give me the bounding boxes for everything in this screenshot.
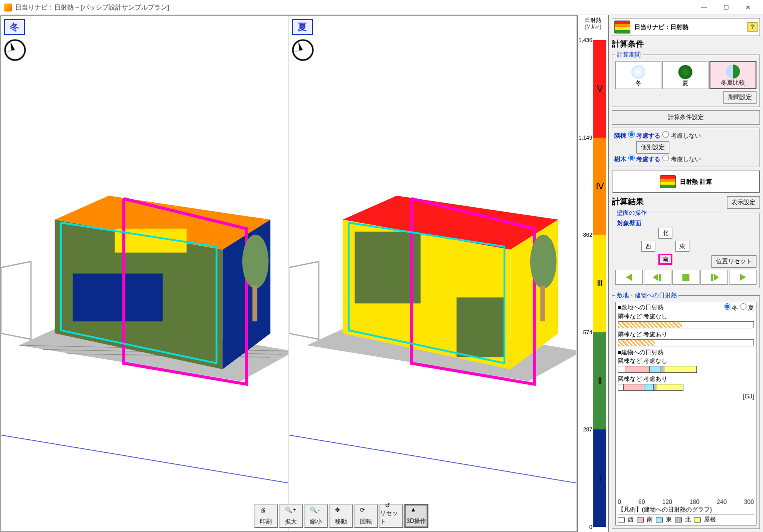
trees-no-radio[interactable]: 考慮しない [662,155,700,164]
scale-tick: 574 [583,329,592,335]
svg-marker-28 [653,274,658,281]
wall-legend: 壁面の操作 [615,209,648,217]
maximize-button[interactable]: ☐ [715,1,737,15]
bar-site-no [618,321,754,328]
rotate-button[interactable]: ⟳回転 [354,504,378,528]
step-back-button[interactable] [644,270,671,285]
watermelon-icon [678,65,692,79]
scale-tick: 287 [583,426,592,432]
scale-tick: 1,149 [578,135,592,141]
svg-point-24 [530,235,557,289]
scale-seg: Ⅴ [593,40,606,138]
chart-label: 隣棟など 考慮あり [618,375,754,383]
rewind-button[interactable] [615,270,643,285]
3d-icon: ▲ [410,506,422,517]
svg-rect-29 [659,274,661,281]
period-winter-button[interactable]: 冬 [615,61,661,89]
period-group: 計算期間 冬 夏 冬夏比較 期間設定 [612,51,760,107]
snowman-icon [631,65,645,79]
graph-legend: 敷地・建物への日射熱 [615,291,678,300]
3d-viewport[interactable]: 冬 [0,15,578,532]
calculate-button[interactable]: 日射熱 計算 [612,170,760,193]
cube-icon [614,21,630,34]
svg-marker-11 [1,262,31,339]
zoom-out-button[interactable]: 🔍-縮小 [304,504,328,528]
view-winter[interactable]: 冬 [1,16,289,531]
dir-north[interactable]: 北 [658,228,672,239]
view-summer[interactable]: 夏 [289,16,577,531]
panel-header: 日当りナビ：日射熱 ? [612,18,760,36]
side-panel: 日当りナビ：日射熱 ? 計算条件 計算期間 冬 夏 冬夏比較 期間設定 計算条件… [608,15,763,532]
svg-rect-22 [457,297,505,357]
calc-conditions-title: 計算条件 [612,39,760,50]
model-summer [289,16,576,531]
display-setting-button[interactable]: 表示設定 [727,196,760,209]
reset-icon: ↺ [385,502,397,509]
compare-icon [726,65,740,79]
playback-bar [615,270,756,285]
season-winter-radio[interactable]: 冬 [724,304,738,311]
season-summer-radio[interactable]: 夏 [740,304,754,311]
adjacent-no-radio[interactable]: 考慮しない [662,131,700,140]
reset-button[interactable]: ↺リセット [379,504,403,528]
trees-label: 樹木 [614,155,626,164]
compass-icon [4,39,26,61]
period-legend: 計算期間 [615,51,642,59]
bar-site-yes [618,339,754,346]
3d-op-button[interactable]: ▲3D操作 [404,504,428,528]
svg-rect-31 [711,274,713,281]
dir-west[interactable]: 西 [641,241,655,252]
dir-east[interactable]: 東 [675,241,689,252]
model-winter [1,16,288,531]
view-tag-winter: 冬 [4,19,25,35]
svg-rect-25 [540,285,545,321]
chart-unit: [GJ] [618,393,754,400]
chart-axis: 060120180240300 [618,498,754,505]
position-reset-button[interactable]: 位置リセット [711,255,756,268]
period-summer-button[interactable]: 夏 [662,61,708,89]
period-setting-button[interactable]: 期間設定 [723,91,756,104]
svg-line-26 [289,435,576,483]
period-compare-button[interactable]: 冬夏比較 [709,61,756,89]
chart-bld-title: ■建物への日射熱 [618,348,754,357]
bar-bld-no [618,366,754,373]
svg-rect-13 [252,285,257,321]
forward-button[interactable] [729,270,756,285]
rotate-icon: ⟳ [360,506,372,517]
stop-button[interactable] [672,270,700,285]
adjacent-yes-radio[interactable]: 考慮する [628,131,660,140]
svg-marker-32 [714,274,719,281]
window-title: 日当りナビ：日射熱 – [パッシブ設計サンプルプラン] [15,3,693,12]
color-scale: 日射熱 [MJ/㎡] ⅤⅣⅢⅡⅠ 1,4361,1498625742870 [578,15,608,532]
zoom-out-icon: 🔍- [310,506,322,517]
print-button[interactable]: 🖨印刷 [254,504,278,528]
view-tag-summer: 夏 [292,19,313,35]
scale-seg: Ⅳ [593,138,606,235]
dir-south[interactable]: 南 [658,254,672,265]
svg-point-12 [242,235,269,289]
pan-button[interactable]: ✥移動 [329,504,353,528]
chart-legend-title: 【凡例】(建物への日射熱のグラフ) [618,505,754,514]
graph-group: 敷地・建物への日射熱 ■敷地への日射熱 冬 夏 隣棟など 考慮なし 隣棟など 考… [612,291,760,529]
zoom-in-button[interactable]: 🔍+拡大 [279,504,303,528]
titlebar: 日当りナビ：日射熱 – [パッシブ設計サンプルプラン] — ☐ ✕ [0,0,763,15]
trees-yes-radio[interactable]: 考慮する [628,155,660,164]
step-fwd-button[interactable] [700,270,728,285]
wall-op-group: 壁面の操作 対象壁面 北 南 東 西 位置リセット [612,209,760,288]
scale-seg: Ⅰ [593,429,606,527]
chart-label: 隣棟など 考慮なし [618,312,754,321]
app-icon [4,4,12,12]
adjacent-individual-button[interactable]: 個別設定 [636,141,669,154]
minimize-button[interactable]: — [693,1,715,15]
chart-legend: 西 南 東 北 屋根 [618,514,754,524]
result-title: 計算結果 [612,197,644,207]
3d-toolbar: 🖨印刷 🔍+拡大 🔍-縮小 ✥移動 ⟳回転 ↺リセット ▲3D操作 [254,504,428,528]
scale-tick: 1,436 [578,37,592,43]
close-button[interactable]: ✕ [737,1,759,15]
help-button[interactable]: ? [747,22,757,32]
calc-setting-button[interactable]: 計算条件設定 [612,110,760,125]
scale-unit: [MJ/㎡] [578,24,608,31]
chart-label: 隣棟など 考慮あり [618,330,754,339]
svg-line-14 [1,435,288,483]
chart-box: ■敷地への日射熱 冬 夏 隣棟など 考慮なし 隣棟など 考慮あり ■建物への日射… [615,302,756,525]
